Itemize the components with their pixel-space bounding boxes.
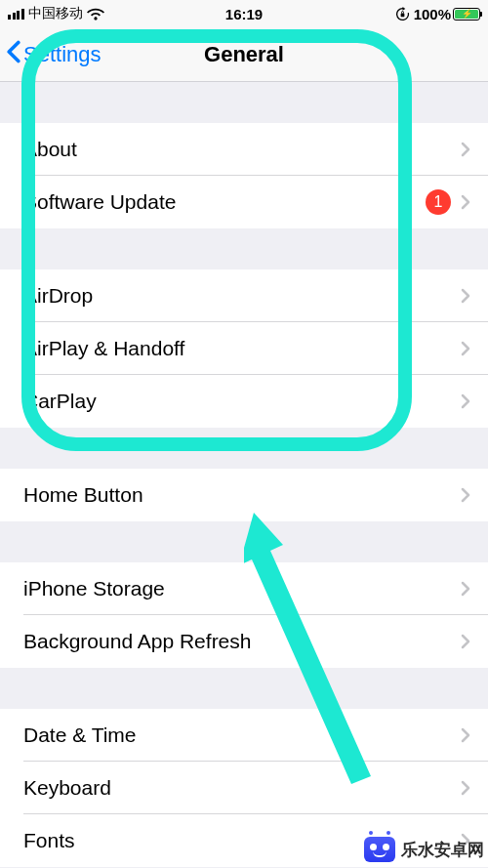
- chevron-right-icon: [461, 487, 470, 503]
- row-carplay[interactable]: CarPlay: [0, 375, 488, 428]
- group-3: iPhone Storage Background App Refresh: [0, 562, 488, 668]
- update-badge: 1: [426, 189, 451, 215]
- chevron-right-icon: [461, 142, 470, 157]
- chevron-right-icon: [461, 581, 470, 597]
- rotation-lock-icon: [395, 7, 410, 21]
- status-bar: 中国移动 16:19 100% ⚡: [0, 0, 488, 27]
- nav-bar: Settings General: [0, 27, 488, 82]
- chevron-right-icon: [461, 780, 470, 796]
- chevron-right-icon: [461, 727, 470, 743]
- row-iphone-storage[interactable]: iPhone Storage: [0, 562, 488, 615]
- row-label: Background App Refresh: [23, 630, 461, 653]
- battery-percent: 100%: [414, 6, 451, 22]
- row-home-button[interactable]: Home Button: [0, 469, 488, 521]
- group-2: Home Button: [0, 469, 488, 521]
- chevron-right-icon: [461, 341, 470, 356]
- page-title: General: [204, 42, 284, 67]
- row-date-time[interactable]: Date & Time: [0, 709, 488, 762]
- chevron-right-icon: [461, 288, 470, 304]
- chevron-right-icon: [461, 194, 470, 210]
- back-label: Settings: [23, 42, 102, 67]
- cell-signal-icon: [8, 9, 24, 20]
- watermark-icon: [364, 837, 395, 862]
- wifi-icon: [87, 8, 104, 21]
- battery-icon: ⚡: [453, 8, 480, 21]
- chevron-right-icon: [461, 634, 470, 649]
- row-label: Home Button: [23, 483, 461, 507]
- row-label: AirDrop: [23, 284, 461, 308]
- row-software-update[interactable]: Software Update 1: [0, 176, 488, 228]
- chevron-right-icon: [461, 393, 470, 409]
- row-label: CarPlay: [23, 390, 461, 413]
- watermark: 乐水安卓网: [364, 837, 484, 862]
- row-label: About: [23, 138, 461, 161]
- settings-list: About Software Update 1 AirDrop AirPlay …: [0, 82, 488, 867]
- row-label: Software Update: [23, 190, 426, 214]
- row-label: AirPlay & Handoff: [23, 337, 461, 360]
- group-1: AirDrop AirPlay & Handoff CarPlay: [0, 269, 488, 428]
- row-airdrop[interactable]: AirDrop: [0, 269, 488, 322]
- row-label: iPhone Storage: [23, 577, 461, 600]
- back-button[interactable]: Settings: [0, 40, 102, 69]
- clock: 16:19: [225, 6, 263, 22]
- row-label: Keyboard: [23, 776, 461, 800]
- svg-rect-0: [400, 13, 404, 17]
- row-about[interactable]: About: [0, 123, 488, 176]
- row-airplay-handoff[interactable]: AirPlay & Handoff: [0, 322, 488, 375]
- chevron-left-icon: [6, 40, 21, 69]
- watermark-text: 乐水安卓网: [401, 839, 484, 861]
- carrier-label: 中国移动: [28, 5, 83, 22]
- row-background-app-refresh[interactable]: Background App Refresh: [0, 615, 488, 668]
- row-keyboard[interactable]: Keyboard: [0, 762, 488, 814]
- group-0: About Software Update 1: [0, 123, 488, 228]
- row-label: Date & Time: [23, 723, 461, 747]
